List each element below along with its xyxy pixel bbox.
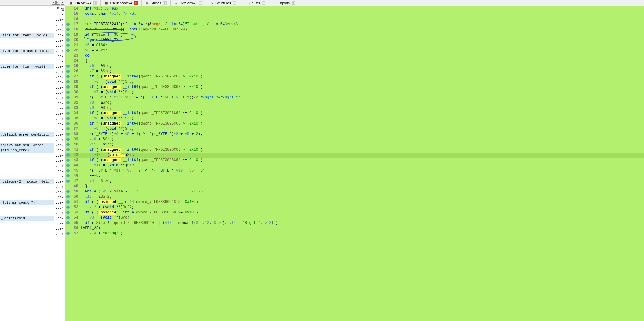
function-row[interactable]: .tex [0, 190, 65, 195]
code-line[interactable]: 17 sub_7FF6E3862410(*(__int64 *)&argc, (… [65, 22, 644, 27]
gutter[interactable] [65, 6, 71, 11]
maximize-icon[interactable]: □ [56, 1, 60, 5]
function-list[interactable]: .tex.tex.tex.texlizer for `fout''(void).… [0, 12, 65, 321]
function-row[interactable]: .tex [0, 137, 65, 143]
gutter[interactable] [65, 22, 71, 27]
function-row[interactable]: .tex [0, 90, 65, 96]
breakpoint-dot-icon[interactable] [66, 206, 70, 209]
code-line[interactable]: 26 v7 = &Src; [65, 69, 644, 74]
gutter[interactable] [65, 27, 71, 32]
code-text[interactable]: const char *v14; // rdx [81, 11, 644, 17]
breakpoint-dot-icon[interactable] [66, 138, 70, 141]
function-row[interactable]: .tex [0, 12, 65, 17]
segment-column-header[interactable]: Seg [0, 6, 65, 12]
code-line[interactable]: 27 if ( (unsigned __int64)qword_7FF6E389… [65, 74, 644, 79]
gutter[interactable] [65, 194, 71, 200]
function-row[interactable]: .tex [0, 232, 65, 237]
breakpoint-dot-icon[interactable] [66, 28, 70, 31]
gutter[interactable] [65, 111, 71, 116]
code-text[interactable]: { [81, 58, 644, 64]
code-line[interactable]: 24 { [65, 58, 644, 64]
code-text[interactable]: v8 = &Src; [81, 100, 644, 105]
function-row[interactable]: .tex [0, 164, 65, 169]
function-row[interactable]: .tex [0, 195, 65, 200]
code-line[interactable]: 44 v11 = (void **)Src; [65, 163, 644, 168]
code-text[interactable]: *((_BYTE *)v11 + v5 + 2) ^= *((_BYTE *)v… [81, 168, 644, 173]
breakpoint-dot-icon[interactable] [66, 33, 70, 36]
code-text[interactable]: v7 = (void **)Src; [81, 90, 644, 95]
code-text[interactable]: if ( (unsigned __int64)qword_7FF6E3896C6… [81, 121, 644, 126]
code-line[interactable]: 15 const char *v14; // rdx [65, 11, 644, 17]
code-text[interactable]: while ( v5 < Size - 3 ); // 35 [81, 189, 644, 194]
code-text[interactable]: LABEL_22: [81, 226, 644, 231]
code-line[interactable]: 25 v6 = &Src; [65, 64, 644, 69]
gutter[interactable] [65, 158, 71, 163]
function-row[interactable]: .tex [0, 80, 65, 85]
function-row[interactable]: .tex [0, 127, 65, 132]
breakpoint-dot-icon[interactable] [66, 23, 70, 26]
breakpoint-dot-icon[interactable] [66, 38, 70, 42]
code-line[interactable]: 49 while ( v5 < Size - 3 ); // 35 [65, 189, 644, 194]
code-text[interactable]: v10 = &Src; [81, 137, 644, 142]
gutter[interactable] [65, 147, 71, 153]
function-row[interactable]: .tex [0, 169, 65, 174]
code-line[interactable]: 34 if ( (unsigned __int64)qword_7FF6E389… [65, 111, 644, 116]
gutter[interactable] [65, 200, 71, 205]
breakpoint-dot-icon[interactable] [66, 85, 70, 89]
code-text[interactable]: v12 = &Buf2; [81, 194, 644, 200]
tab-close-icon[interactable]: × [93, 1, 97, 5]
breakpoint-dot-icon[interactable] [66, 96, 70, 99]
breakpoint-dot-icon[interactable] [66, 75, 70, 78]
function-row[interactable]: .tex [0, 221, 65, 226]
tab-strings[interactable]: sStrings× [142, 0, 171, 6]
code-line[interactable]: 33 v9 = &Src; [65, 105, 644, 111]
breakpoint-dot-icon[interactable] [66, 216, 70, 219]
function-row[interactable]: .tex [0, 38, 65, 43]
code-line[interactable]: 42 v10 = (void **)Src; [65, 153, 644, 158]
gutter[interactable] [65, 64, 71, 69]
code-text[interactable]: v9 = &Src; [81, 105, 644, 111]
code-text[interactable]: v6 = (void **)Src; [81, 79, 644, 85]
breakpoint-dot-icon[interactable] [66, 44, 70, 47]
function-row[interactable]: .tex [0, 211, 65, 216]
code-line[interactable]: 29 if ( (unsigned __int64)qword_7FF6E389… [65, 85, 644, 90]
gutter[interactable] [65, 126, 71, 132]
breakpoint-dot-icon[interactable] [66, 174, 70, 177]
code-line[interactable]: 48 } [65, 184, 644, 189]
breakpoint-dot-icon[interactable] [66, 200, 70, 204]
code-text[interactable]: sub_7FF6E3862410(*(__int64 *)&argc, (__i… [81, 22, 644, 27]
gutter[interactable] [65, 116, 71, 121]
breakpoint-dot-icon[interactable] [66, 221, 70, 224]
breakpoint-dot-icon[interactable] [66, 169, 70, 172]
gutter[interactable] [65, 69, 71, 74]
gutter[interactable] [65, 79, 71, 85]
breakpoint-dot-icon[interactable] [66, 153, 70, 157]
gutter[interactable] [65, 90, 71, 95]
breakpoint-dot-icon[interactable] [66, 101, 70, 104]
code-text[interactable]: v8 = (void **)Src; [81, 116, 644, 121]
code-line[interactable]: 45 *((_BYTE *)v11 + v5 + 2) ^= *((_BYTE … [65, 168, 644, 173]
gutter[interactable] [65, 74, 71, 79]
code-line[interactable]: 35 v8 = (void **)Src; [65, 116, 644, 121]
function-row[interactable]: .tex [0, 75, 65, 80]
code-text[interactable]: if ( (unsigned __int64)qword_7FF6E3896C6… [81, 111, 644, 116]
gutter[interactable] [65, 85, 71, 90]
tab-structures[interactable]: AStructures× [206, 0, 240, 6]
tab-hex-view-1[interactable]: OHex View-1× [171, 0, 206, 6]
code-text[interactable]: if ( (unsigned __int64)qword_7FF6E3896C6… [81, 147, 644, 153]
code-line[interactable]: 41 if ( (unsigned __int64)qword_7FF6E389… [65, 147, 644, 153]
breakpoint-dot-icon[interactable] [66, 143, 70, 146]
breakpoint-dot-icon[interactable] [66, 112, 70, 115]
gutter[interactable] [65, 100, 71, 105]
gutter[interactable] [65, 231, 71, 236]
code-line[interactable]: 37 v9 = (void **)Src; [65, 126, 644, 132]
code-line[interactable]: 20 goto LABEL_22; [65, 38, 644, 43]
code-line[interactable]: 32 v8 = &Src; [65, 100, 644, 105]
breakpoint-dot-icon[interactable] [66, 159, 70, 162]
function-row[interactable]: .tex [0, 43, 65, 49]
code-line[interactable]: 43 if ( (unsigned __int64)qword_7FF6E389… [65, 158, 644, 163]
function-row[interactable]: :default_error_conditio….tex [0, 132, 65, 137]
function-row[interactable]: .tex [0, 226, 65, 232]
code-text[interactable]: if ( (unsigned __int64)qword_7FF6E3896C4… [81, 200, 644, 205]
function-row[interactable]: .tex [0, 22, 65, 28]
